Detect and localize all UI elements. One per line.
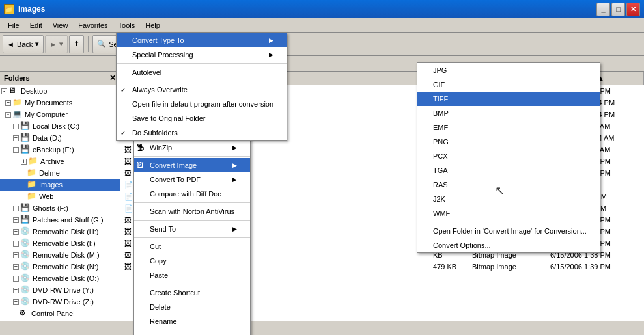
tree-item-e[interactable]: - 💾 eBackup (E:) xyxy=(0,144,120,155)
disk-c-icon: 💾 xyxy=(20,121,31,131)
ctx-winzip[interactable]: 🗜 WinZip ▶ xyxy=(134,141,250,155)
expand-g[interactable]: + xyxy=(13,217,19,223)
ctx-compare-diff[interactable]: Compare with Diff Doc xyxy=(134,187,250,201)
ctx-copy[interactable]: Copy xyxy=(134,254,250,268)
sub2-emf[interactable]: EMF xyxy=(417,120,600,135)
tree-item-mycomp[interactable]: - 💻 My Computer xyxy=(0,109,120,120)
tree-item-delme[interactable]: 📁 Delme xyxy=(0,167,120,179)
window-title: Images xyxy=(18,5,596,14)
expand-c[interactable]: + xyxy=(13,124,19,129)
tree-item-y[interactable]: + 💿 DVD-RW Drive (Y:) xyxy=(0,284,120,296)
sub2-png-label: PNG xyxy=(433,138,449,146)
sub2-convert-options[interactable]: Convert Options... xyxy=(417,238,600,252)
ctx-rename[interactable]: Rename xyxy=(134,314,250,328)
disk-y-icon: 💿 xyxy=(20,285,31,295)
ctx-convert-pdf[interactable]: Convert To PDF ▶ xyxy=(134,172,250,187)
sub2-png[interactable]: PNG xyxy=(417,135,600,149)
disk-i-icon: 💿 xyxy=(20,238,31,248)
expand-y[interactable]: + xyxy=(13,288,19,293)
tree-item-mydocs[interactable]: + 📁 My Documents xyxy=(0,97,120,109)
sub1-always-overwrite[interactable]: ✓ Always Overwrite xyxy=(117,83,287,97)
tree-item-g[interactable]: + 💾 Patches and Stuff (G:) xyxy=(0,214,120,226)
ctx-send-to[interactable]: Send To ▶ xyxy=(134,222,250,236)
ctx-paste[interactable]: Paste xyxy=(134,268,250,282)
menu-edit[interactable]: Edit xyxy=(25,20,48,31)
menu-view[interactable]: View xyxy=(48,20,74,31)
expand-f[interactable]: + xyxy=(13,206,19,211)
ctx-sep-4 xyxy=(134,156,250,157)
expand-e[interactable]: - xyxy=(13,147,19,153)
sub2-jpg[interactable]: JPG xyxy=(417,63,600,77)
sub2-ras[interactable]: RAS xyxy=(417,178,600,192)
menu-file[interactable]: File xyxy=(3,20,25,31)
file-icon: 🖼 xyxy=(124,216,132,224)
toolbar-sep-1 xyxy=(88,36,89,52)
sub2-tga[interactable]: TGA xyxy=(417,163,600,178)
ctx-convert-image-label: Convert Image xyxy=(150,161,197,169)
tree-item-m[interactable]: + 💿 Removable Disk (M:) xyxy=(0,249,120,261)
sub2-pcx[interactable]: PCX xyxy=(417,149,600,163)
tree-item-z[interactable]: + 💿 DVD-RW Drive (Z:) xyxy=(0,296,120,308)
tree-item-c[interactable]: + 💾 Local Disk (C:) xyxy=(0,120,120,132)
expand-n[interactable]: + xyxy=(13,264,19,270)
expand-h[interactable]: + xyxy=(13,229,19,235)
expand-archive[interactable]: + xyxy=(21,159,27,165)
sub1-autolevel[interactable]: Autolevel xyxy=(117,65,287,79)
tree-label-desktop: Desktop xyxy=(21,87,47,95)
tree-item-i[interactable]: + 💿 Removable Disk (I:) xyxy=(0,237,120,249)
tree-item-d[interactable]: + 💾 Data (D:) xyxy=(0,132,120,144)
folder-tree[interactable]: - 🖥 Desktop + 📁 My Documents - 💻 My Comp… xyxy=(0,85,120,321)
sub2-j2k-label: J2K xyxy=(433,195,445,203)
expand-i[interactable]: + xyxy=(13,241,19,247)
expand-m[interactable]: + xyxy=(13,252,19,258)
expand-mydocs[interactable]: + xyxy=(5,100,11,106)
ctx-create-shortcut[interactable]: Create Shortcut xyxy=(134,286,250,300)
sub2-tiff[interactable]: TIFF xyxy=(417,92,600,106)
tree-item-o[interactable]: + 💿 Removable Disk (O:) xyxy=(0,273,120,284)
sub1-open-default[interactable]: Open file in default program after conve… xyxy=(117,97,287,111)
disk-d-icon: 💾 xyxy=(20,133,31,143)
expand-d[interactable]: + xyxy=(13,135,19,141)
tree-item-ctrlpanel[interactable]: ⚙ Control Panel xyxy=(0,308,120,319)
forward-button[interactable]: ► ▾ xyxy=(45,35,68,53)
ctx-cut[interactable]: Cut xyxy=(134,239,250,254)
menu-bar: File Edit View Favorites Tools Help xyxy=(0,18,644,33)
expand-desktop[interactable]: - xyxy=(1,88,7,94)
tree-item-desktop[interactable]: - 🖥 Desktop xyxy=(0,85,120,97)
expand-mycomp[interactable]: - xyxy=(5,112,11,118)
tree-item-h[interactable]: + 💿 Removable Disk (H:) xyxy=(0,226,120,237)
sub2-gif[interactable]: GIF xyxy=(417,77,600,92)
sub2-bmp[interactable]: BMP xyxy=(417,106,600,120)
tree-item-n[interactable]: + 💿 Removable Disk (N:) xyxy=(0,261,120,273)
expand-o[interactable]: + xyxy=(13,276,19,282)
maximize-button[interactable]: □ xyxy=(611,3,625,16)
up-button[interactable]: ⬆ xyxy=(69,35,84,53)
sub1-do-subfolders[interactable]: ✓ Do Subfolders xyxy=(117,126,287,140)
tree-item-web[interactable]: 📁 Web xyxy=(0,191,120,202)
ctx-norton[interactable]: Scan with Norton AntiVirus xyxy=(134,204,250,219)
close-button[interactable]: ✕ xyxy=(626,3,640,16)
menu-tools[interactable]: Tools xyxy=(113,20,141,31)
sub1-convert-type[interactable]: Convert Type To ▶ xyxy=(117,33,287,47)
folders-close-button[interactable]: ✕ xyxy=(109,74,116,83)
sub1-save-original[interactable]: Save to Original Folder xyxy=(117,111,287,126)
tree-item-archive[interactable]: + 📁 Archive xyxy=(0,155,120,167)
menu-help[interactable]: Help xyxy=(140,20,165,31)
disk-z-icon: 💿 xyxy=(20,297,31,307)
back-button[interactable]: ◄ Back ▾ xyxy=(3,35,44,53)
expand-z[interactable]: + xyxy=(13,299,19,305)
ctx-properties[interactable]: Properties xyxy=(134,332,250,335)
sub1-special-proc[interactable]: Special Processing ▶ xyxy=(117,47,287,62)
sub2-wmf[interactable]: WMF xyxy=(417,206,600,221)
sub2-j2k[interactable]: J2K xyxy=(417,192,600,206)
sub2-open-folder[interactable]: Open Folder in 'Convert Image' for Conve… xyxy=(417,224,600,238)
tree-item-f[interactable]: + 💾 Ghosts (F:) xyxy=(0,202,120,214)
ctx-convert-image[interactable]: 🖼 Convert Image ▶ xyxy=(134,158,250,172)
tree-item-images[interactable]: 📁 Images xyxy=(0,179,120,191)
ctx-delete[interactable]: Delete xyxy=(134,300,250,314)
sub1-open-default-label: Open file in default program after conve… xyxy=(132,100,273,108)
minimize-button[interactable]: _ xyxy=(596,3,610,16)
ctx-create-shortcut-label: Create Shortcut xyxy=(150,289,200,297)
menu-favorites[interactable]: Favorites xyxy=(73,20,113,31)
tree-item-shared[interactable]: 📁 Shared Documents xyxy=(0,319,120,321)
